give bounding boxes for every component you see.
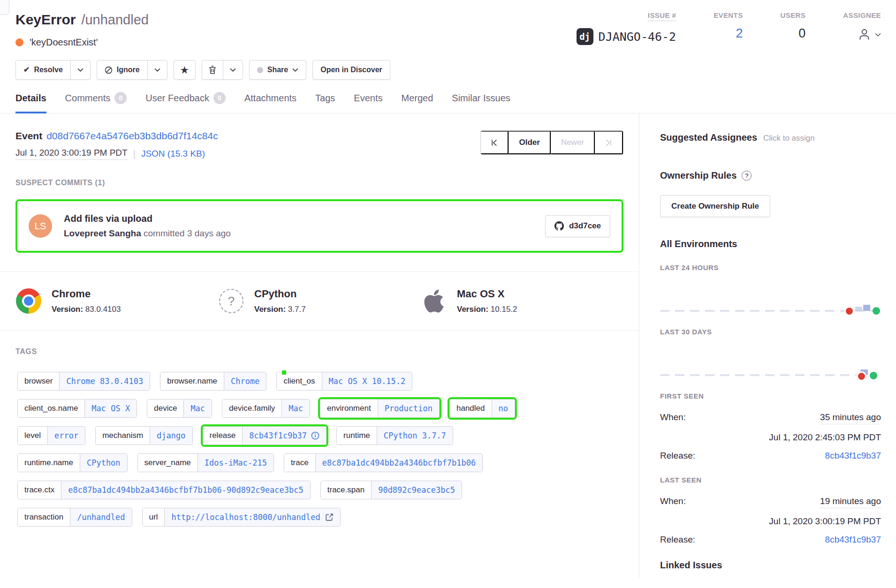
corner-artifact [0, 0, 9, 15]
suggested-assignees-title: Suggested Assignees [660, 132, 757, 143]
event-json-link[interactable]: JSON (15.3 KB) [141, 149, 205, 159]
share-button[interactable]: Share [249, 60, 306, 80]
stat-users: USERS 0 [781, 11, 806, 45]
assignee-dropdown[interactable] [857, 27, 881, 42]
tag-value-link[interactable]: Chrome 83.0.4103 [60, 372, 150, 390]
tag-mechanism: mechanism django [93, 424, 194, 447]
tag-key: runtime [337, 427, 377, 445]
tags-section: TAGS browser Chrome 83.0.4103 browser.na… [0, 331, 639, 528]
last-seen-release-link[interactable]: 8cb43f1c9b37 [825, 535, 881, 545]
tag-key: level [18, 427, 48, 445]
delete-button[interactable] [202, 60, 223, 80]
tag-value-link[interactable]: /unhandled [70, 508, 131, 526]
suspect-commits-label: SUSPECT COMMITS (1) [15, 179, 623, 187]
resolve-button[interactable]: ✔ Resolve [15, 60, 71, 80]
tag-row: trace.ctx e8c87ba1dc494bb2a4346bcfbf7b1b… [15, 479, 623, 501]
tag-key: release [203, 427, 243, 445]
external-link-icon[interactable] [325, 513, 334, 522]
contexts-section: Chrome Version: 83.0.4103 ? CPython Vers… [0, 271, 639, 331]
tab-events[interactable]: Events [354, 92, 382, 113]
github-icon [554, 221, 564, 231]
tag-level: level error [15, 424, 87, 447]
info-icon[interactable] [311, 431, 319, 440]
first-seen-release-link[interactable]: 8cb43f1c9b37 [825, 451, 881, 461]
issue-sidebar: Suggested Assignees Click to assign Owne… [639, 113, 896, 578]
chevron-down-icon [292, 68, 298, 72]
tab-similar-issues[interactable]: Similar Issues [452, 92, 510, 113]
tab-label: Merged [402, 93, 433, 104]
tag-url: url http://localhost:8000/unhandled [140, 506, 342, 528]
tab-comments[interactable]: Comments 0 [65, 92, 127, 113]
tag-value-link[interactable]: 8cb43f1c9b37 [243, 427, 326, 445]
delete-button-group [202, 60, 243, 80]
latest-event-button [595, 131, 623, 154]
tag-key: server_name [138, 454, 198, 472]
tab-badge: 0 [213, 92, 226, 104]
delete-dropdown-button[interactable] [223, 60, 243, 80]
event-id-link[interactable]: d08d7667e4a5476eb3b3db6d7f14c84c [46, 130, 218, 142]
tab-attachments[interactable]: Attachments [244, 92, 296, 113]
tab-user-feedback[interactable]: User Feedback 0 [145, 92, 226, 113]
tag-value-link[interactable]: Idos-iMac-215 [198, 454, 273, 472]
page-title: KeyError/unhandled [15, 9, 149, 30]
create-ownership-rule-button[interactable]: Create Ownership Rule [660, 195, 770, 217]
tag-value-link[interactable]: CPython [80, 454, 127, 472]
newer-event-button: Newer [551, 131, 595, 154]
tab-details[interactable]: Details [15, 92, 46, 113]
issue-short-id-text: DJANGO-46-2 [599, 30, 676, 44]
tag-value-link[interactable]: error [48, 427, 85, 445]
stat-events: EVENTS 2 [714, 11, 743, 45]
oldest-event-button[interactable] [481, 131, 509, 154]
tab-label: User Feedback [145, 93, 209, 104]
events-count-link[interactable]: 2 [736, 26, 743, 41]
commit-sha: d3d7cee [569, 221, 601, 231]
open-in-discover-button[interactable]: Open in Discover [312, 60, 390, 80]
release-label: Release: [660, 535, 695, 545]
skip-to-last-icon [605, 139, 612, 146]
person-icon [857, 27, 872, 42]
share-label: Share [267, 66, 288, 74]
bookmark-star-button[interactable]: ★ [174, 60, 196, 80]
tag-value-link[interactable]: Mac OS X 10.15.2 [322, 372, 412, 390]
last-30-days-label: LAST 30 DAYS [660, 328, 881, 336]
context-name: Mac OS X [457, 288, 517, 300]
assignee-label: ASSIGNEE [843, 11, 881, 19]
tab-tags[interactable]: Tags [315, 92, 335, 113]
tag-value-link[interactable]: Mac [282, 400, 310, 417]
help-icon[interactable]: ? [742, 171, 752, 181]
ignore-button[interactable]: Ignore [97, 60, 148, 80]
tag-value-link[interactable]: django [150, 427, 192, 445]
tag-value-link[interactable]: Production [378, 400, 439, 417]
when-label: When: [660, 412, 686, 422]
older-event-button[interactable]: Older [509, 131, 550, 154]
event-details-panel: Event d08d7667e4a5476eb3b3db6d7f14c84c J… [0, 113, 639, 578]
star-icon: ★ [181, 66, 189, 75]
commit-sha-button[interactable]: d3d7cee [545, 215, 610, 237]
tag-value-link[interactable]: Mac [184, 400, 212, 417]
release-label: Release: [660, 451, 695, 461]
commit-row: LS Add files via upload Lovepreet Sangha… [17, 201, 622, 251]
issue-short-id[interactable]: dj DJANGO-46-2 [577, 28, 676, 45]
tag-value-link[interactable]: CPython 3.7.7 [377, 427, 453, 445]
version-label: Version: [254, 305, 286, 314]
tag-value-link[interactable]: http://localhost:8000/unhandled [165, 508, 340, 526]
resolve-dropdown-button[interactable] [70, 60, 91, 80]
tab-label: Similar Issues [452, 93, 510, 104]
stat-assignee: ASSIGNEE [843, 11, 881, 45]
tag-key: runtime.name [18, 454, 80, 472]
tag-value-link[interactable]: no [492, 400, 515, 417]
apple-icon [423, 288, 445, 314]
action-toolbar: ✔ Resolve Ignore ★ [15, 60, 881, 80]
tag-value-link[interactable]: Mac OS X [85, 400, 137, 417]
tag-value-link[interactable]: e8c87ba1dc494bb2a4346bcfbf7b1b06-90d892c… [61, 481, 310, 499]
divider: | [133, 149, 136, 159]
tab-merged[interactable]: Merged [402, 92, 433, 113]
ignore-dropdown-button[interactable] [147, 60, 167, 80]
tag-value-link[interactable]: Chrome [224, 372, 266, 390]
ban-icon [105, 66, 113, 74]
check-icon: ✔ [23, 66, 30, 74]
first-seen-relative-time: 35 minutes ago [820, 412, 881, 424]
sparkline-baseline [660, 374, 873, 376]
tag-value-link[interactable]: e8c87ba1dc494bb2a4346bcfbf7b1b06 [316, 454, 483, 472]
tag-value-link[interactable]: 90d892c9eace3bc5 [372, 481, 462, 499]
